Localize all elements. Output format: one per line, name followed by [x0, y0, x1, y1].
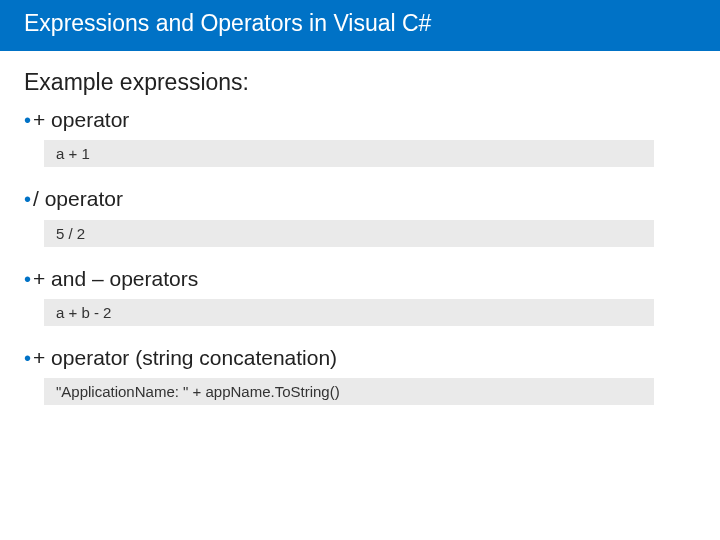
bullet-line: • / operator: [24, 185, 696, 213]
bullet-icon: •: [24, 110, 31, 130]
bullet-line: • + and – operators: [24, 265, 696, 293]
list-item: • + operator (string concatenation) "App…: [24, 344, 696, 405]
bullet-line: • + operator (string concatenation): [24, 344, 696, 372]
bullet-line: • + operator: [24, 106, 696, 134]
code-block: a + b - 2: [44, 299, 654, 326]
bullet-icon: •: [24, 269, 31, 289]
slide-title: Expressions and Operators in Visual C#: [24, 10, 431, 36]
slide-content: Example expressions: • + operator a + 1 …: [0, 51, 720, 405]
code-block: "ApplicationName: " + appName.ToString(): [44, 378, 654, 405]
bullet-icon: •: [24, 348, 31, 368]
list-item: • / operator 5 / 2: [24, 185, 696, 246]
bullet-icon: •: [24, 189, 31, 209]
item-label: + operator (string concatenation): [33, 344, 337, 372]
code-block: a + 1: [44, 140, 654, 167]
list-item: • + operator a + 1: [24, 106, 696, 167]
list-item: • + and – operators a + b - 2: [24, 265, 696, 326]
code-block: 5 / 2: [44, 220, 654, 247]
item-label: / operator: [33, 185, 123, 213]
item-label: + operator: [33, 106, 129, 134]
item-label: + and – operators: [33, 265, 198, 293]
slide-header: Expressions and Operators in Visual C#: [0, 0, 720, 51]
subtitle: Example expressions:: [24, 69, 696, 96]
